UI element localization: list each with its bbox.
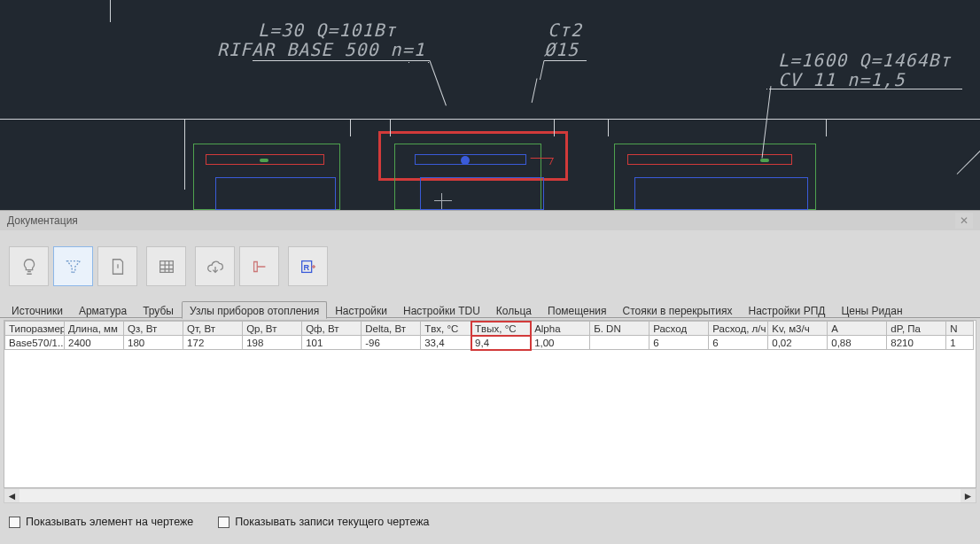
column-header-tin[interactable]: Tвх, °C [421,322,471,336]
cell-n[interactable]: 1 [946,336,974,350]
documentation-panel: Документация ✕ [0,210,980,544]
table-row[interactable]: Base570/1...2400180172198101-9633,49,41,… [5,336,974,350]
checkbox-box-icon [218,517,229,528]
column-header-kv[interactable]: Kv, м3/ч [768,322,828,336]
annotation-riser-line1: Ст2 [548,19,582,41]
cell-bdn[interactable] [590,336,649,350]
tool-lightbulb[interactable] [9,246,49,286]
panel-toolbar: R [0,230,980,295]
tab-settings-tdu[interactable]: Настройки TDU [395,301,488,319]
spec-icon [250,257,269,276]
tool-cloud-download[interactable] [195,246,235,286]
annotation-riser-line2: Ø15 [544,39,579,60]
tab-fittings[interactable]: Арматура [71,301,135,319]
marker-dot [760,159,769,162]
column-header-a[interactable]: A [828,322,887,336]
tab-rooms[interactable]: Помещения [540,301,614,319]
cell-tout[interactable]: 9,4 [471,336,531,350]
document-warning-icon [108,257,128,276]
cell-dp[interactable]: 8210 [887,336,946,350]
cell-qf[interactable]: 101 [302,336,362,350]
tool-document-warning[interactable] [97,246,137,286]
column-header-qf[interactable]: Qф, Вт [302,322,362,336]
checkbox-label: Показывать записи текущего чертежа [235,516,429,528]
panel-tabs: ИсточникиАрматураТрубыУзлы приборов отоп… [0,300,980,318]
cell-alpha[interactable]: 1,00 [531,336,590,350]
tab-prices[interactable]: Цены Ридан [833,301,910,319]
column-header-length[interactable]: Длина, мм [65,322,124,336]
column-header-bdn[interactable]: Б. DN [590,322,649,336]
data-grid-scroll[interactable]: ТипоразмерДлина, ммQз, ВтQт, ВтQр, ВтQф,… [4,320,976,488]
column-header-qz[interactable]: Qз, Вт [124,322,183,336]
cell-length[interactable]: 2400 [65,336,124,350]
column-header-qp[interactable]: Qр, Вт [243,322,302,336]
cell-flow[interactable]: 6 [649,336,709,350]
tab-settings-rpd[interactable]: Настройки РПД [740,301,833,319]
leader-hook [527,158,554,165]
checkbox-show-current-records[interactable]: Показывать записи текущего чертежа [218,516,429,528]
tab-sources[interactable]: Источники [4,301,71,319]
column-header-tout[interactable]: Tвых, °C [471,322,531,336]
tab-heater-units[interactable]: Узлы приборов отопления [182,301,327,319]
svg-text:R: R [303,262,309,271]
close-icon[interactable]: ✕ [955,213,973,229]
annotation-radiator-right-line2: CV 11 n=1,5 [778,69,905,90]
data-grid[interactable]: ТипоразмерДлина, ммQз, ВтQт, ВтQр, ВтQф,… [4,321,974,350]
panel-header[interactable]: Документация ✕ [0,211,980,230]
lightbulb-icon [19,257,39,276]
scroll-left-arrow-icon[interactable]: ◄ [4,489,19,502]
column-header-delta[interactable]: Delta, Вт [362,322,421,336]
tool-table[interactable] [146,246,186,286]
tool-revit-export[interactable]: R [288,246,328,286]
column-header-dp[interactable]: dP, Па [887,322,946,336]
tab-pipes[interactable]: Трубы [135,301,182,319]
filter-icon [64,257,83,276]
checkbox-show-on-drawing[interactable]: Показывать элемент на чертеже [9,516,193,528]
table-icon [157,257,176,276]
marker-dot [260,159,268,162]
checkbox-box-icon [9,517,20,528]
scroll-right-arrow-icon[interactable]: ► [961,489,976,502]
cell-flow_lh[interactable]: 6 [709,336,768,350]
column-header-type[interactable]: Типоразмер [5,322,65,336]
column-header-flow_lh[interactable]: Расход, л/ч [709,322,768,336]
column-header-n[interactable]: N [946,322,974,336]
annotation-radiator-left-line2: RIFAR BASE 500 n=1 [217,39,425,60]
cell-qt[interactable]: 172 [183,336,243,350]
tab-settings[interactable]: Настройки [327,301,395,319]
cell-tin[interactable]: 33,4 [421,336,471,350]
cell-a[interactable]: 0,88 [828,336,887,350]
panel-footer: Показывать элемент на чертеже Показывать… [0,503,980,533]
annotation-radiator-left-line1: L=30 Q=101Вт [258,19,397,41]
cell-kv[interactable]: 0,02 [768,336,828,350]
cloud-download-icon [206,257,225,276]
column-header-alpha[interactable]: Alpha [531,322,590,336]
annotation-radiator-right-line1: L=1600 Q=1464Вт [778,50,952,71]
tool-spec[interactable] [239,246,279,286]
revit-export-icon: R [299,257,318,276]
tab-rings[interactable]: Кольца [488,301,540,319]
cad-canvas[interactable]: L=30 Q=101Вт RIFAR BASE 500 n=1 Ст2 Ø15 … [0,0,980,210]
column-header-flow[interactable]: Расход [649,322,709,336]
column-header-qt[interactable]: Qт, Вт [183,322,243,336]
tool-filter[interactable] [53,246,93,286]
tab-risers[interactable]: Стояки в перекрытиях [615,301,741,319]
cell-qz[interactable]: 180 [124,336,183,350]
horizontal-scrollbar[interactable]: ◄ ► [4,488,976,503]
cell-delta[interactable]: -96 [362,336,421,350]
cell-type[interactable]: Base570/1... [5,336,65,350]
grid-header-row: ТипоразмерДлина, ммQз, ВтQт, ВтQр, ВтQф,… [5,322,974,336]
panel-title: Документация [7,214,78,227]
checkbox-label: Показывать элемент на чертеже [26,516,193,528]
cell-qp[interactable]: 198 [243,336,302,350]
node-dot [461,156,470,165]
